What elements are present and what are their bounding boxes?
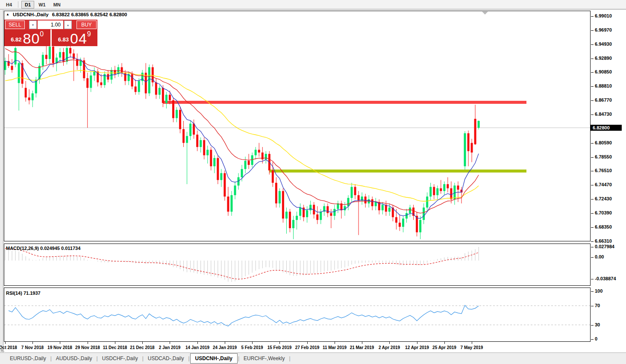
price-scale-label: 6.99010 <box>595 13 612 19</box>
rsi-scale-label: 0 <box>595 336 597 342</box>
trade-price-row: 6.82 80 0 6.83 04 9 <box>4 29 97 46</box>
date-tick-mark <box>279 342 280 344</box>
date-tick-mark <box>389 342 390 344</box>
tab-separator: | <box>238 355 239 361</box>
date-tick-mark <box>472 342 472 344</box>
price-tick-mark <box>591 114 594 115</box>
chart-tab-audusd[interactable]: AUDUSD-,Daily <box>52 354 96 363</box>
price-scale-label: 6.86770 <box>595 97 612 103</box>
rsi-indicator-label: RSI(14) 71.1937 <box>6 291 41 296</box>
chart-tab-usdchf[interactable]: USDCHF-,Daily <box>98 354 142 363</box>
macd-tick-mark <box>591 279 594 279</box>
rsi-scale-label: 70 <box>595 303 600 309</box>
buy-price-tile[interactable]: 6.83 04 9 <box>52 29 98 46</box>
price-scale-label: 6.76510 <box>595 168 612 174</box>
one-click-trading-panel: SELL ▼ ▲ BUY 6.82 80 0 6.83 04 9 <box>4 20 97 46</box>
date-tick-mark <box>5 342 6 344</box>
buy-price-big-digits: 04 <box>70 32 87 45</box>
resize-grip-icon[interactable] <box>1 348 5 352</box>
tab-separator: | <box>289 355 291 361</box>
rsi-panel[interactable] <box>4 288 591 342</box>
date-tick-mark <box>60 342 60 344</box>
current-price-badge: 6.82800 <box>591 125 622 131</box>
date-tick-mark <box>362 342 362 344</box>
macd-tick-mark <box>591 247 594 247</box>
chart-title-bar: ▲ USDCNH-,Daily 6.83822 6.83865 6.82542 … <box>6 12 127 17</box>
price-scale-label: 6.72430 <box>595 196 612 202</box>
tab-separator: | <box>50 355 52 361</box>
sell-price-tile[interactable]: 6.82 80 0 <box>4 29 50 46</box>
rsi-tick-mark <box>591 306 594 306</box>
buy-button[interactable]: BUY <box>76 21 97 29</box>
rsi-tick-mark <box>591 291 594 292</box>
chart-ohlc-values: 6.83822 6.83865 6.82542 6.82800 <box>52 12 127 17</box>
timeframe-button-w1[interactable]: W1 <box>35 1 49 9</box>
date-tick-mark <box>88 342 88 344</box>
date-axis-label: 7 May 2019 <box>455 345 489 350</box>
price-tick-mark <box>591 157 594 158</box>
price-scale-label: 6.74470 <box>595 182 612 188</box>
buy-price-prefix: 6.83 <box>58 36 69 43</box>
price-scale-label: 6.96970 <box>595 27 612 33</box>
date-tick-mark <box>417 342 417 344</box>
chart-tab-usdcad[interactable]: USDCAD-,Daily <box>144 354 188 363</box>
price-scale-label: 6.68350 <box>595 224 612 230</box>
symbol-tab-bar: EURUSD-,Daily|AUDUSD-,Daily|USDCHF-,Dail… <box>0 352 626 364</box>
sell-price-prefix: 6.82 <box>11 36 21 43</box>
price-tick-mark <box>591 86 594 87</box>
price-scale-label: 6.70390 <box>595 210 612 216</box>
timeframe-button-d1[interactable]: D1 <box>21 1 34 9</box>
price-scale-label: 6.92890 <box>595 56 612 62</box>
macd-scale-label: -0.038874 <box>595 276 616 282</box>
chart-tab-usdcnh[interactable]: USDCNH-,Daily <box>190 353 238 364</box>
date-tick-mark <box>197 342 198 344</box>
macd-panel[interactable] <box>4 244 591 286</box>
tab-separator: | <box>188 355 189 361</box>
scroll-to-end-icon[interactable] <box>482 12 488 15</box>
price-tick-mark <box>591 59 594 59</box>
sell-button[interactable]: SELL <box>5 21 25 29</box>
price-tick-mark <box>591 199 594 200</box>
timeframe-button-h4[interactable]: H4 <box>3 1 15 9</box>
price-tick-mark <box>591 44 594 45</box>
macd-tick-mark <box>591 257 594 258</box>
date-tick-mark <box>142 342 143 344</box>
rsi-scale-label: 100 <box>595 288 602 294</box>
chart-tab-eurchf[interactable]: EURCHF-,Weekly <box>240 354 288 363</box>
date-tick-mark <box>115 342 115 344</box>
date-tick-mark <box>444 342 445 344</box>
price-tick-mark <box>591 227 594 228</box>
sell-price-pip-digit: 0 <box>40 30 44 38</box>
price-tick-mark <box>591 16 594 17</box>
collapse-chart-icon[interactable]: ▲ <box>6 13 9 16</box>
trade-controls-row: SELL ▼ ▲ BUY <box>4 20 97 29</box>
timeframe-toolbar: H4D1W1MN <box>0 0 626 9</box>
date-tick-mark <box>225 342 225 344</box>
date-tick-mark <box>335 342 335 344</box>
price-tick-mark <box>591 213 594 214</box>
price-tick-mark <box>591 171 594 171</box>
date-tick-mark <box>170 342 170 344</box>
tab-separator: | <box>142 355 144 361</box>
date-tick-mark <box>307 342 308 344</box>
timeframe-button-group: H4D1W1MN <box>3 1 65 9</box>
window-left-edge <box>0 10 3 364</box>
chart-tab-eurusd[interactable]: EURUSD-,Daily <box>6 354 50 363</box>
volume-input[interactable] <box>38 21 63 29</box>
price-tick-mark <box>591 30 594 31</box>
spin-up-icon: ▲ <box>67 23 70 26</box>
price-scale-label: 6.94930 <box>595 41 612 47</box>
price-tick-mark <box>591 143 594 144</box>
price-scale-label: 6.78550 <box>595 154 612 160</box>
date-tick-mark <box>252 342 253 344</box>
buy-price-pip-digit: 9 <box>87 30 91 38</box>
volume-decrease-button[interactable]: ▼ <box>29 21 37 29</box>
timeframe-button-mn[interactable]: MN <box>50 1 64 9</box>
volume-increase-button[interactable]: ▲ <box>64 21 72 29</box>
rsi-scale-label: 30 <box>595 322 600 328</box>
price-scale-label: 6.80590 <box>595 140 612 146</box>
price-tick-mark <box>591 100 594 101</box>
sell-price-big-digits: 80 <box>23 32 40 45</box>
price-tick-mark <box>591 185 594 185</box>
macd-indicator-label: MACD(12,26,9) 0.024945 0.011734 <box>6 246 80 251</box>
